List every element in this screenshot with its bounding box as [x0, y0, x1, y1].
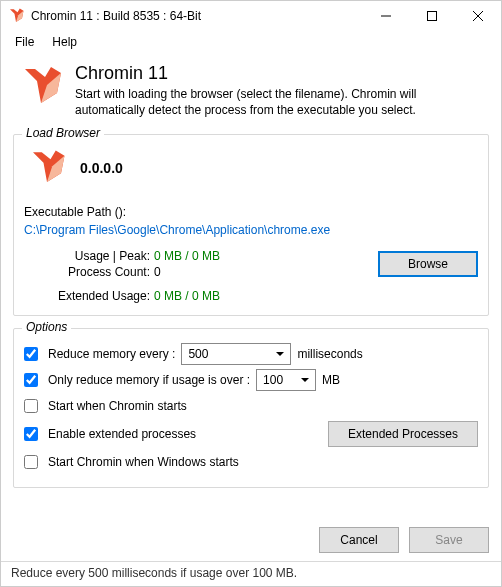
- options-title: Options: [22, 320, 71, 334]
- only-if-unit-label: MB: [322, 373, 340, 387]
- load-browser-group: Load Browser 0.0.0.0 Executable Path ():…: [13, 134, 489, 316]
- fox-icon: [17, 63, 65, 111]
- reduce-memory-checkbox[interactable]: [24, 347, 38, 361]
- only-if-label: Only reduce memory if usage is over :: [48, 373, 250, 387]
- save-button[interactable]: Save: [409, 527, 489, 553]
- app-title: Chromin 11: [75, 63, 485, 84]
- reduce-interval-value: 500: [188, 347, 208, 361]
- option-enable-extended: Enable extended processes Extended Proce…: [24, 421, 478, 447]
- start-when-chromin-label: Start when Chromin starts: [48, 399, 187, 413]
- process-count-value: 0: [154, 265, 161, 279]
- maximize-button[interactable]: [409, 1, 455, 31]
- extended-processes-button[interactable]: Extended Processes: [328, 421, 478, 447]
- close-button[interactable]: [455, 1, 501, 31]
- menu-help[interactable]: Help: [44, 33, 85, 51]
- process-count-label: Process Count:: [24, 265, 154, 279]
- browse-button[interactable]: Browse: [378, 251, 478, 277]
- dialog-buttons: Cancel Save: [1, 515, 501, 561]
- minimize-button[interactable]: [363, 1, 409, 31]
- extended-usage-label: Extended Usage:: [24, 289, 154, 303]
- stats-column: Usage | Peak: 0 MB / 0 MB Process Count:…: [24, 247, 366, 305]
- header-text: Chromin 11 Start with loading the browse…: [75, 63, 485, 118]
- extended-usage-value: 0 MB / 0 MB: [154, 289, 220, 303]
- option-only-if-usage: Only reduce memory if usage is over : 10…: [24, 369, 478, 391]
- stats-row: Usage | Peak: 0 MB / 0 MB Process Count:…: [24, 247, 478, 305]
- usage-peak-value: 0 MB / 0 MB: [154, 249, 220, 263]
- title-bar: Chromin 11 : Build 8535 : 64-Bit: [1, 1, 501, 31]
- start-when-chromin-checkbox[interactable]: [24, 399, 38, 413]
- window-controls: [363, 1, 501, 31]
- only-if-value: 100: [263, 373, 283, 387]
- option-start-when-chromin: Start when Chromin starts: [24, 395, 478, 417]
- content-area: Chromin 11 Start with loading the browse…: [1, 55, 501, 515]
- header: Chromin 11 Start with loading the browse…: [13, 59, 489, 126]
- menu-file[interactable]: File: [7, 33, 42, 51]
- reduce-unit-label: milliseconds: [297, 347, 362, 361]
- option-reduce-memory: Reduce memory every : 500 milliseconds: [24, 343, 478, 365]
- window-title: Chromin 11 : Build 8535 : 64-Bit: [31, 9, 363, 23]
- start-with-windows-checkbox[interactable]: [24, 455, 38, 469]
- options-group: Options Reduce memory every : 500 millis…: [13, 328, 489, 488]
- fox-icon: [26, 147, 68, 189]
- enable-extended-checkbox[interactable]: [24, 427, 38, 441]
- load-browser-title: Load Browser: [22, 126, 104, 140]
- status-text: Reduce every 500 milliseconds if usage o…: [11, 566, 297, 580]
- start-with-windows-label: Start Chromin when Windows starts: [48, 455, 239, 469]
- svg-rect-1: [428, 12, 437, 21]
- reduce-memory-label: Reduce memory every :: [48, 347, 175, 361]
- only-if-combo[interactable]: 100: [256, 369, 316, 391]
- enable-extended-label: Enable extended processes: [48, 427, 196, 441]
- browser-version: 0.0.0.0: [80, 160, 123, 176]
- only-if-checkbox[interactable]: [24, 373, 38, 387]
- load-row: 0.0.0.0: [24, 145, 478, 199]
- app-icon: [7, 7, 25, 25]
- executable-path-label: Executable Path ():: [24, 205, 478, 219]
- reduce-interval-combo[interactable]: 500: [181, 343, 291, 365]
- status-bar: Reduce every 500 milliseconds if usage o…: [1, 561, 501, 586]
- app-description: Start with loading the browser (select t…: [75, 86, 485, 118]
- menu-bar: File Help: [1, 31, 501, 55]
- usage-peak-label: Usage | Peak:: [24, 249, 154, 263]
- option-start-with-windows: Start Chromin when Windows starts: [24, 451, 478, 473]
- cancel-button[interactable]: Cancel: [319, 527, 399, 553]
- executable-path-value: C:\Program Files\Google\Chrome\Applicati…: [24, 223, 478, 237]
